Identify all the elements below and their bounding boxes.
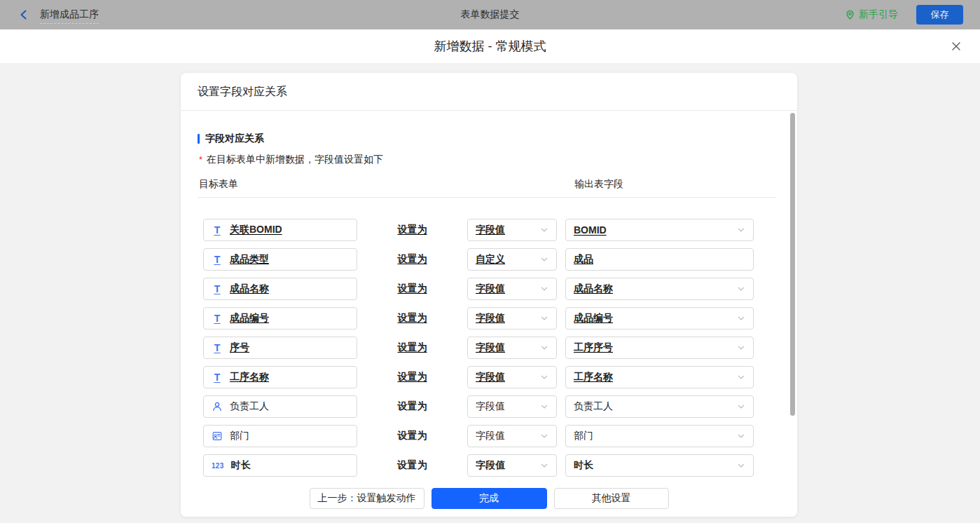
columns-header: 目标表单 输出表字段 [198,178,776,198]
set-as-label: 设置为 [357,253,467,266]
output-field-select[interactable]: 成品 [565,248,754,271]
mapping-row: T 123 关联BOMID 设置为 字段值 BOMID [203,219,797,241]
section-title: 字段对应关系 [205,133,264,145]
set-as-label: 设置为 [357,400,467,413]
output-field-select[interactable]: 工序序号 [565,337,754,359]
user-field-icon [212,401,223,412]
chevron-down-icon [540,461,548,470]
target-field-box[interactable]: T 123 成品名称 [203,278,357,300]
back-chevron-icon [18,9,29,20]
target-field-box[interactable]: T 123 负责工人 [203,395,357,418]
column-header-target-form: 目标表单 [199,178,238,191]
set-as-label: 设置为 [357,430,467,442]
output-field-select[interactable]: 工序名称 [565,366,754,388]
target-field-label: 关联BOMID [230,224,282,236]
output-field-text: 成品 [574,253,593,266]
chevron-down-icon [540,402,548,411]
output-field-select[interactable]: BOMID [565,219,754,241]
value-mode-select[interactable]: 字段值 [467,337,557,359]
mapping-row: T 123 成品名称 设置为 字段值 成品名称 [203,278,797,300]
chevron-down-icon [737,432,745,440]
mapping-row: T 123 工序名称 设置为 字段值 工序名称 [203,366,797,388]
workflow-node-title: 新增成品工序 [40,6,99,24]
guide-label: 新手引导 [859,8,898,21]
chevron-down-icon [737,461,745,470]
output-field-text: 工序序号 [574,341,613,354]
value-mode-text: 字段值 [476,341,505,354]
mapping-row: T 123 成品编号 设置为 字段值 成品编号 [203,307,797,330]
output-field-select[interactable]: 时长 [565,454,754,477]
set-as-label: 设置为 [357,283,467,295]
value-mode-select[interactable]: 字段值 [467,278,557,300]
column-header-output-field: 输出表字段 [574,178,623,191]
value-mode-select[interactable]: 字段值 [467,366,557,388]
target-field-label: 部门 [230,430,249,442]
chevron-down-icon [540,226,548,234]
topbar-right: 新手引导 保存 [845,0,963,29]
target-field-box[interactable]: T 123 时长 [203,454,357,477]
note-text: 在目标表单中新增数据，字段值设置如下 [207,154,383,166]
set-as-label: 设置为 [357,312,467,325]
save-button[interactable]: 保存 [916,5,963,25]
output-field-select[interactable]: 成品编号 [565,307,754,330]
target-field-box[interactable]: T 123 序号 [203,337,357,359]
value-mode-text: 字段值 [476,224,505,236]
chevron-down-icon [540,344,548,352]
output-field-text: 部门 [574,430,593,442]
value-mode-select[interactable]: 字段值 [467,454,557,477]
value-mode-select[interactable]: 字段值 [467,219,557,241]
set-as-label: 设置为 [357,224,467,236]
scrollbar-thumb[interactable] [790,113,795,416]
back-button[interactable] [18,9,29,20]
output-field-text: 工序名称 [574,371,613,383]
field-mapping-card: 设置字段对应关系 字段对应关系 * 在目标表单中新增数据，字段值设置如下 目标表… [181,73,797,517]
number-field-icon: 123 [212,460,224,471]
modal-header: 新增数据 - 常规模式 [0,29,980,63]
chevron-down-icon [737,344,745,352]
output-field-select[interactable]: 部门 [565,425,754,447]
target-field-label: 工序名称 [230,371,269,383]
mapping-rows: T 123 关联BOMID 设置为 字段值 BOMID T [203,219,797,480]
other-settings-button[interactable]: 其他设置 [554,488,669,509]
value-mode-text: 字段值 [476,312,505,325]
chevron-down-icon [540,285,548,293]
chevron-down-icon [737,373,745,381]
text-field-icon: T [212,224,223,236]
output-field-text: BOMID [574,224,607,236]
section-accent-bar [198,134,200,144]
chevron-down-icon [737,314,745,322]
set-as-label: 设置为 [357,341,467,354]
target-field-label: 成品编号 [230,312,269,325]
section-title-row: 字段对应关系 [198,133,797,145]
chevron-down-icon [737,402,745,411]
chevron-down-icon [540,314,548,322]
value-mode-text: 自定义 [476,253,505,266]
text-field-icon: T [212,342,223,353]
text-field-icon: T [212,372,223,383]
target-field-box[interactable]: T 123 关联BOMID [203,219,357,241]
close-icon[interactable] [950,40,962,53]
done-button[interactable]: 完成 [432,488,547,509]
screen: 新增成品工序 表单数据提交 新手引导 保存 新增数据 - 常规模式 设置字段对应… [0,0,980,523]
target-field-box[interactable]: T 123 部门 [203,425,357,447]
output-field-select[interactable]: 负责工人 [565,395,754,418]
prev-step-button[interactable]: 上一步：设置触发动作 [310,488,425,509]
set-as-label: 设置为 [357,459,467,472]
target-field-box[interactable]: T 123 工序名称 [203,366,357,388]
value-mode-select[interactable]: 字段值 [467,307,557,330]
output-field-text: 时长 [574,459,594,472]
chevron-down-icon [540,432,548,440]
target-field-box[interactable]: T 123 成品编号 [203,307,357,330]
mapping-row: T 123 序号 设置为 字段值 工序序号 [203,337,797,359]
beginner-guide-link[interactable]: 新手引导 [845,8,898,21]
target-field-label: 成品名称 [230,283,269,295]
value-mode-text: 字段值 [476,371,505,383]
value-mode-select[interactable]: 自定义 [467,248,557,271]
target-field-box[interactable]: T 123 成品类型 [203,248,357,271]
chevron-down-icon [737,285,745,293]
output-field-select[interactable]: 成品名称 [565,278,754,300]
chevron-down-icon [540,255,548,264]
value-mode-text: 字段值 [476,400,505,413]
value-mode-select[interactable]: 字段值 [467,395,557,418]
value-mode-select[interactable]: 字段值 [467,425,557,447]
